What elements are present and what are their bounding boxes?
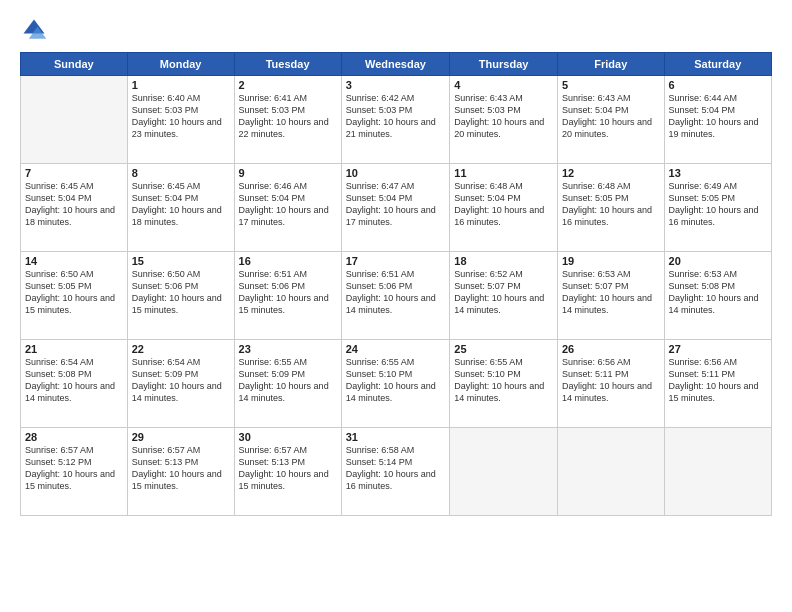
day-number: 15	[132, 255, 230, 267]
day-detail: Sunrise: 6:49 AM Sunset: 5:05 PM Dayligh…	[669, 180, 767, 229]
day-number: 20	[669, 255, 767, 267]
day-number: 7	[25, 167, 123, 179]
day-detail: Sunrise: 6:48 AM Sunset: 5:04 PM Dayligh…	[454, 180, 553, 229]
calendar-week-5: 28Sunrise: 6:57 AM Sunset: 5:12 PM Dayli…	[21, 428, 772, 516]
calendar-cell: 17Sunrise: 6:51 AM Sunset: 5:06 PM Dayli…	[341, 252, 450, 340]
day-detail: Sunrise: 6:50 AM Sunset: 5:06 PM Dayligh…	[132, 268, 230, 317]
day-detail: Sunrise: 6:57 AM Sunset: 5:13 PM Dayligh…	[132, 444, 230, 493]
calendar-week-2: 7Sunrise: 6:45 AM Sunset: 5:04 PM Daylig…	[21, 164, 772, 252]
day-number: 28	[25, 431, 123, 443]
calendar-cell	[21, 76, 128, 164]
day-number: 18	[454, 255, 553, 267]
calendar-cell: 9Sunrise: 6:46 AM Sunset: 5:04 PM Daylig…	[234, 164, 341, 252]
calendar-cell: 19Sunrise: 6:53 AM Sunset: 5:07 PM Dayli…	[557, 252, 664, 340]
day-number: 3	[346, 79, 446, 91]
day-detail: Sunrise: 6:42 AM Sunset: 5:03 PM Dayligh…	[346, 92, 446, 141]
day-detail: Sunrise: 6:52 AM Sunset: 5:07 PM Dayligh…	[454, 268, 553, 317]
day-detail: Sunrise: 6:45 AM Sunset: 5:04 PM Dayligh…	[25, 180, 123, 229]
day-detail: Sunrise: 6:54 AM Sunset: 5:09 PM Dayligh…	[132, 356, 230, 405]
calendar-cell: 2Sunrise: 6:41 AM Sunset: 5:03 PM Daylig…	[234, 76, 341, 164]
day-detail: Sunrise: 6:58 AM Sunset: 5:14 PM Dayligh…	[346, 444, 446, 493]
day-number: 4	[454, 79, 553, 91]
calendar-cell: 31Sunrise: 6:58 AM Sunset: 5:14 PM Dayli…	[341, 428, 450, 516]
calendar-cell: 22Sunrise: 6:54 AM Sunset: 5:09 PM Dayli…	[127, 340, 234, 428]
calendar-cell: 27Sunrise: 6:56 AM Sunset: 5:11 PM Dayli…	[664, 340, 771, 428]
calendar-cell: 6Sunrise: 6:44 AM Sunset: 5:04 PM Daylig…	[664, 76, 771, 164]
calendar-cell: 25Sunrise: 6:55 AM Sunset: 5:10 PM Dayli…	[450, 340, 558, 428]
calendar-cell: 28Sunrise: 6:57 AM Sunset: 5:12 PM Dayli…	[21, 428, 128, 516]
weekday-header-wednesday: Wednesday	[341, 53, 450, 76]
calendar-cell: 4Sunrise: 6:43 AM Sunset: 5:03 PM Daylig…	[450, 76, 558, 164]
page: SundayMondayTuesdayWednesdayThursdayFrid…	[0, 0, 792, 612]
calendar-cell: 3Sunrise: 6:42 AM Sunset: 5:03 PM Daylig…	[341, 76, 450, 164]
day-detail: Sunrise: 6:56 AM Sunset: 5:11 PM Dayligh…	[562, 356, 660, 405]
calendar-cell: 20Sunrise: 6:53 AM Sunset: 5:08 PM Dayli…	[664, 252, 771, 340]
day-detail: Sunrise: 6:45 AM Sunset: 5:04 PM Dayligh…	[132, 180, 230, 229]
day-detail: Sunrise: 6:55 AM Sunset: 5:10 PM Dayligh…	[346, 356, 446, 405]
calendar-cell: 11Sunrise: 6:48 AM Sunset: 5:04 PM Dayli…	[450, 164, 558, 252]
calendar-cell	[450, 428, 558, 516]
calendar-cell: 23Sunrise: 6:55 AM Sunset: 5:09 PM Dayli…	[234, 340, 341, 428]
weekday-header-saturday: Saturday	[664, 53, 771, 76]
day-number: 10	[346, 167, 446, 179]
calendar-cell: 1Sunrise: 6:40 AM Sunset: 5:03 PM Daylig…	[127, 76, 234, 164]
day-detail: Sunrise: 6:57 AM Sunset: 5:13 PM Dayligh…	[239, 444, 337, 493]
calendar-cell: 10Sunrise: 6:47 AM Sunset: 5:04 PM Dayli…	[341, 164, 450, 252]
day-detail: Sunrise: 6:55 AM Sunset: 5:09 PM Dayligh…	[239, 356, 337, 405]
calendar-cell: 13Sunrise: 6:49 AM Sunset: 5:05 PM Dayli…	[664, 164, 771, 252]
weekday-header-row: SundayMondayTuesdayWednesdayThursdayFrid…	[21, 53, 772, 76]
calendar-cell: 24Sunrise: 6:55 AM Sunset: 5:10 PM Dayli…	[341, 340, 450, 428]
day-detail: Sunrise: 6:43 AM Sunset: 5:04 PM Dayligh…	[562, 92, 660, 141]
calendar-cell: 29Sunrise: 6:57 AM Sunset: 5:13 PM Dayli…	[127, 428, 234, 516]
calendar-cell: 14Sunrise: 6:50 AM Sunset: 5:05 PM Dayli…	[21, 252, 128, 340]
header	[20, 16, 772, 44]
calendar-week-1: 1Sunrise: 6:40 AM Sunset: 5:03 PM Daylig…	[21, 76, 772, 164]
day-detail: Sunrise: 6:48 AM Sunset: 5:05 PM Dayligh…	[562, 180, 660, 229]
calendar-week-3: 14Sunrise: 6:50 AM Sunset: 5:05 PM Dayli…	[21, 252, 772, 340]
logo-icon	[20, 16, 48, 44]
day-number: 25	[454, 343, 553, 355]
day-detail: Sunrise: 6:50 AM Sunset: 5:05 PM Dayligh…	[25, 268, 123, 317]
day-number: 29	[132, 431, 230, 443]
day-number: 21	[25, 343, 123, 355]
calendar-cell	[557, 428, 664, 516]
calendar-cell: 30Sunrise: 6:57 AM Sunset: 5:13 PM Dayli…	[234, 428, 341, 516]
day-detail: Sunrise: 6:54 AM Sunset: 5:08 PM Dayligh…	[25, 356, 123, 405]
calendar-cell: 26Sunrise: 6:56 AM Sunset: 5:11 PM Dayli…	[557, 340, 664, 428]
day-number: 24	[346, 343, 446, 355]
calendar-cell: 12Sunrise: 6:48 AM Sunset: 5:05 PM Dayli…	[557, 164, 664, 252]
day-detail: Sunrise: 6:53 AM Sunset: 5:07 PM Dayligh…	[562, 268, 660, 317]
day-number: 13	[669, 167, 767, 179]
day-number: 17	[346, 255, 446, 267]
day-number: 31	[346, 431, 446, 443]
calendar-cell: 18Sunrise: 6:52 AM Sunset: 5:07 PM Dayli…	[450, 252, 558, 340]
calendar-cell: 15Sunrise: 6:50 AM Sunset: 5:06 PM Dayli…	[127, 252, 234, 340]
day-detail: Sunrise: 6:40 AM Sunset: 5:03 PM Dayligh…	[132, 92, 230, 141]
day-number: 16	[239, 255, 337, 267]
day-number: 6	[669, 79, 767, 91]
weekday-header-tuesday: Tuesday	[234, 53, 341, 76]
calendar-cell: 7Sunrise: 6:45 AM Sunset: 5:04 PM Daylig…	[21, 164, 128, 252]
day-number: 1	[132, 79, 230, 91]
day-detail: Sunrise: 6:51 AM Sunset: 5:06 PM Dayligh…	[346, 268, 446, 317]
day-number: 14	[25, 255, 123, 267]
day-detail: Sunrise: 6:56 AM Sunset: 5:11 PM Dayligh…	[669, 356, 767, 405]
logo	[20, 16, 52, 44]
calendar-cell: 21Sunrise: 6:54 AM Sunset: 5:08 PM Dayli…	[21, 340, 128, 428]
day-detail: Sunrise: 6:44 AM Sunset: 5:04 PM Dayligh…	[669, 92, 767, 141]
day-detail: Sunrise: 6:55 AM Sunset: 5:10 PM Dayligh…	[454, 356, 553, 405]
day-number: 12	[562, 167, 660, 179]
day-number: 2	[239, 79, 337, 91]
day-number: 9	[239, 167, 337, 179]
day-number: 8	[132, 167, 230, 179]
calendar-week-4: 21Sunrise: 6:54 AM Sunset: 5:08 PM Dayli…	[21, 340, 772, 428]
day-number: 26	[562, 343, 660, 355]
day-number: 30	[239, 431, 337, 443]
day-detail: Sunrise: 6:41 AM Sunset: 5:03 PM Dayligh…	[239, 92, 337, 141]
day-number: 11	[454, 167, 553, 179]
calendar-cell: 5Sunrise: 6:43 AM Sunset: 5:04 PM Daylig…	[557, 76, 664, 164]
day-number: 5	[562, 79, 660, 91]
weekday-header-thursday: Thursday	[450, 53, 558, 76]
day-detail: Sunrise: 6:57 AM Sunset: 5:12 PM Dayligh…	[25, 444, 123, 493]
weekday-header-friday: Friday	[557, 53, 664, 76]
